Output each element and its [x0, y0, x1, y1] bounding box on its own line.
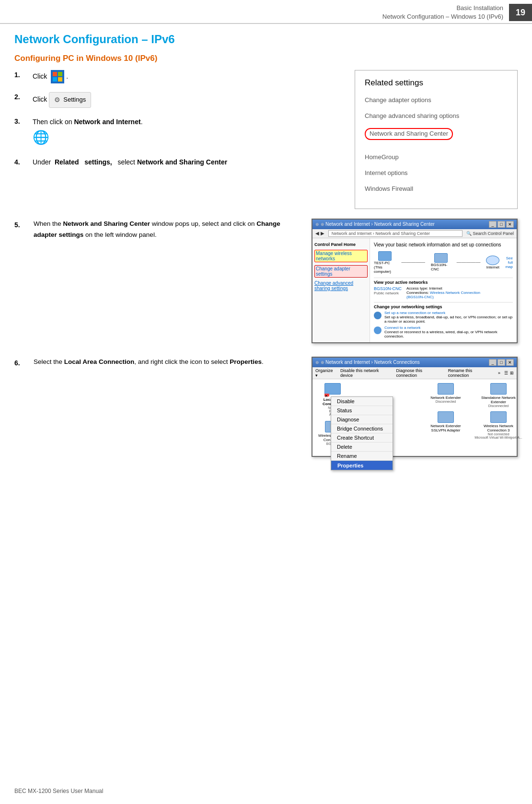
wireless-net3-item: Wireless Network Connection 3 Not connec… — [474, 411, 522, 439]
network-extender-status: Disconnected — [436, 400, 456, 403]
access-type-info: Access type: Internet Connections: Wirel… — [406, 286, 480, 299]
internet-label: Internet — [486, 265, 499, 269]
page-header: Basic Installation Network Configuration… — [0, 0, 532, 24]
network-extender-item: Network Extender Disconnected — [427, 383, 465, 408]
connect-icon — [374, 326, 382, 334]
dialog-title-5: ⊕ ⊕ Network and Internet › Network and S… — [315, 221, 435, 227]
connect-link[interactable]: Connect to a network — [384, 326, 513, 330]
network-extender-label: Network Extender — [430, 396, 461, 400]
step-6-text-inner: 6. Select the Local Area Connection, and… — [14, 357, 302, 369]
svg-rect-3 — [58, 77, 62, 82]
pc-icon-item: TEST-PC(This computer) — [374, 251, 395, 274]
network-extender-icon — [438, 383, 454, 395]
sslvpn-label: Network Extender SSLVPN Adapter — [427, 424, 465, 432]
related-settings-box: Related settings Change adapter options … — [355, 70, 518, 209]
cm-delete[interactable]: Delete — [331, 443, 393, 452]
internet-icon-item: Internet — [486, 256, 499, 269]
internet-icon — [486, 256, 499, 265]
arrow-icon-2: ───── — [457, 258, 481, 266]
close-btn[interactable]: ✕ — [506, 221, 514, 228]
step-6-dialog-mockup: ⊕ ⊕ Network and Internet › Network Conne… — [312, 357, 518, 457]
footer-text: BEC MX-1200 Series User Manual — [14, 788, 103, 794]
standalone-extender-icon — [490, 383, 507, 395]
setup-icon — [374, 312, 382, 319]
control-panel-home: Control Panel Home — [314, 242, 368, 247]
settings-button-mockup: ⚙ Settings — [49, 92, 91, 107]
connection-x-mark: ✕ — [324, 394, 329, 396]
dialog-body-6: ✕ Local Area Connection Netw...Bro...Ath… — [312, 379, 517, 456]
cm-bridge[interactable]: Bridge Connections — [331, 424, 393, 433]
rename-btn[interactable]: Rename this connection — [448, 368, 494, 378]
cm-diagnose[interactable]: Diagnose — [331, 415, 393, 424]
network-icons-row: TEST-PC(This computer) ───── BGS10N-CNC … — [374, 251, 513, 274]
step-5-number: 5. — [14, 219, 29, 241]
local-connections-panel: ✕ Local Area Connection Netw...Bro...Ath… — [316, 383, 383, 452]
svg-rect-1 — [58, 72, 62, 76]
dialog-toolbar-6: Organize ▾ Disable this network device D… — [312, 367, 517, 379]
step-6-body: Select the Local Area Connection, and ri… — [34, 357, 264, 369]
rs-item-windows-firewall: Windows Firewall — [365, 185, 508, 193]
page-number-badge: 19 — [509, 4, 532, 21]
wireless-net3-sub: Microsoft Virtual Wi-Miniport A... — [474, 436, 522, 439]
view-icon-1[interactable]: ☰ — [504, 371, 508, 375]
settings-label: Settings — [63, 95, 86, 105]
organize-menu[interactable]: Organize ▾ — [315, 368, 336, 378]
pc-icon — [378, 251, 392, 261]
view-icon-2[interactable]: ⊞ — [510, 371, 514, 375]
diagnose-btn[interactable]: Diagnose this connection — [396, 368, 444, 378]
dialog-title-6: ⊕ ⊕ Network and Internet › Network Conne… — [315, 360, 420, 365]
maximize-btn[interactable]: □ — [497, 221, 505, 228]
connections-value: Wireless Network Connection(BGS10N-CNC) — [406, 291, 480, 299]
more-options[interactable]: » — [498, 371, 500, 375]
view-basic-title: View your basic network information and … — [374, 242, 513, 247]
sidebar-change-adapter[interactable]: Change adapter settings — [314, 265, 368, 278]
step-6-row: 6. Select the Local Area Connection, and… — [14, 357, 518, 457]
wireless-net3-icon — [490, 411, 507, 423]
other-connections-panel: Network Extender Disconnected Standalone… — [427, 383, 522, 452]
sidebar-change-advanced[interactable]: Change advanced sharing settings — [314, 280, 368, 291]
connect-text: Connect to a network Connect or reconnec… — [384, 326, 513, 338]
page-title: Network Configuration – IPv6 — [0, 24, 532, 51]
cm-rename[interactable]: Rename — [331, 452, 393, 461]
cm-shortcut[interactable]: Create Shortcut — [331, 433, 393, 443]
see-full-map[interactable]: See full map — [505, 256, 513, 269]
minimize-btn-6[interactable]: _ — [489, 359, 497, 366]
step-1-number: 1. — [14, 70, 28, 83]
active-network-info: BGS10N-CNC Public network — [374, 286, 402, 299]
dialog-main-5: View your basic network information and … — [370, 238, 517, 342]
setup-desc: Set up a wireless, broadband, dial-up, a… — [384, 315, 513, 324]
svg-rect-2 — [53, 77, 57, 82]
network-connections-dialog: ⊕ ⊕ Network and Internet › Network Conne… — [312, 357, 518, 457]
active-network-row: BGS10N-CNC Public network Access type: I… — [374, 286, 513, 299]
close-btn-6[interactable]: ✕ — [506, 359, 514, 366]
related-settings-title: Related settings — [365, 78, 508, 88]
step-3-number: 3. — [14, 117, 28, 149]
dialog-controls-6: _ □ ✕ — [489, 359, 514, 366]
cm-disable[interactable]: Disable — [331, 397, 393, 406]
other-connections-row-1: Network Extender Disconnected Standalone… — [427, 383, 522, 408]
step-1-text: Click — [33, 72, 49, 80]
dialog-sidebar-5: Control Panel Home Manage wireless netwo… — [312, 238, 370, 342]
dialog-titlebar-5: ⊕ ⊕ Network and Internet › Network and S… — [312, 220, 517, 229]
nav-arrows: ◀ ▶ — [315, 231, 324, 236]
sslvpn-item: Network Extender SSLVPN Adapter — [427, 411, 465, 439]
maximize-btn-6[interactable]: □ — [497, 359, 505, 366]
standalone-extender-status: Disconnected — [488, 404, 509, 408]
step-4-body: Under Related settings, select Network a… — [33, 157, 345, 167]
sidebar-manage-wireless[interactable]: Manage wireless networks — [314, 250, 368, 262]
router-icon-item: BGS10N-CNC — [431, 253, 451, 271]
step-5-dialog-mockup: ⊕ ⊕ Network and Internet › Network and S… — [312, 219, 518, 343]
svg-rect-0 — [53, 72, 57, 76]
rs-item-change-adapter: Change adapter options — [365, 96, 508, 105]
cm-properties[interactable]: Properties — [331, 461, 393, 470]
other-connections-row-2: Network Extender SSLVPN Adapter Wireless… — [427, 411, 522, 439]
header-line1: Basic Installation — [382, 4, 503, 12]
disable-device-btn[interactable]: Disable this network device — [340, 368, 393, 378]
connect-network-row: Connect to a network Connect or reconnec… — [374, 326, 513, 338]
step-1-period: . — [66, 72, 68, 80]
standalone-extender-item: Standalone Network Extender Disconnected — [474, 383, 522, 408]
active-network-name: BGS10N-CNC — [374, 286, 402, 291]
setup-link[interactable]: Set up a new connection or network — [384, 311, 513, 315]
minimize-btn[interactable]: _ — [489, 221, 497, 228]
cm-status[interactable]: Status — [331, 406, 393, 415]
